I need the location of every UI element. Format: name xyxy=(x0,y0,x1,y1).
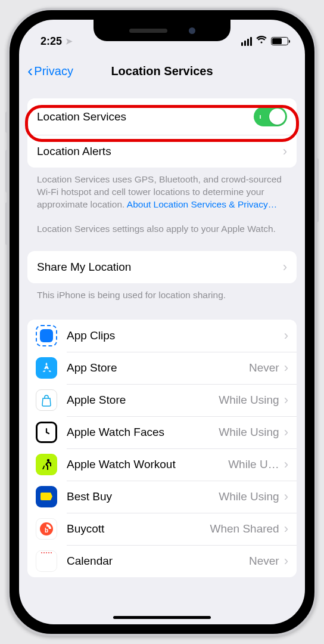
app-name-label: App Clips xyxy=(67,329,284,342)
wifi-icon xyxy=(256,35,267,47)
chevron-right-icon: › xyxy=(284,360,288,376)
app-permission-value: While Using xyxy=(219,426,279,439)
calendar-icon xyxy=(36,550,57,572)
app-name-label: Apple Watch Faces xyxy=(67,426,219,439)
app-clips-icon xyxy=(36,325,57,346)
group-share: Share My Location › xyxy=(27,251,297,283)
app-row[interactable]: CalendarNever› xyxy=(27,545,297,577)
app-permission-value: When Shared xyxy=(210,522,279,535)
location-services-label: Location Services xyxy=(37,110,254,123)
chevron-right-icon: › xyxy=(283,144,287,159)
chevron-right-icon: › xyxy=(284,553,288,569)
app-store-icon xyxy=(36,357,57,379)
power-button xyxy=(315,158,319,222)
location-services-toggle[interactable] xyxy=(254,107,287,126)
location-arrow-icon: ➤ xyxy=(66,36,73,46)
best-buy-icon xyxy=(36,486,57,507)
nav-header: ‹ Privacy Location Services xyxy=(19,54,305,88)
app-permission-value: While Using xyxy=(219,394,279,407)
app-permission-value: While Using xyxy=(219,490,279,503)
watch-faces-icon xyxy=(36,422,57,443)
chevron-left-icon: ‹ xyxy=(27,63,33,79)
buycott-icon: b xyxy=(36,518,57,540)
svg-text:b: b xyxy=(45,527,48,534)
apple-store-icon xyxy=(36,389,57,411)
app-row[interactable]: Best BuyWhile Using› xyxy=(27,481,297,513)
location-watch-note: Location Services settings also apply to… xyxy=(27,211,297,236)
back-button[interactable]: ‹ Privacy xyxy=(27,63,73,79)
app-name-label: Apple Watch Workout xyxy=(67,458,228,471)
location-alerts-row[interactable]: Location Alerts › xyxy=(27,135,297,168)
back-label: Privacy xyxy=(34,64,73,78)
app-permission-value: Never xyxy=(249,555,279,568)
app-permission-value: Never xyxy=(249,361,279,374)
chevron-right-icon: › xyxy=(284,457,288,472)
phone-frame: 2:25 ➤ ‹ Privacy Location Services xyxy=(7,8,317,636)
share-my-location-row[interactable]: Share My Location › xyxy=(27,251,297,283)
location-alerts-label: Location Alerts xyxy=(37,145,283,158)
app-row[interactable]: App StoreNever› xyxy=(27,352,297,384)
speaker xyxy=(129,29,167,33)
app-row[interactable]: bBuycottWhen Shared› xyxy=(27,513,297,545)
front-camera xyxy=(189,27,195,34)
screen: 2:25 ➤ ‹ Privacy Location Services xyxy=(19,20,305,624)
svg-point-0 xyxy=(47,459,49,461)
volume-down-button xyxy=(5,202,9,245)
location-description: Location Services uses GPS, Bluetooth, a… xyxy=(27,168,297,211)
chevron-right-icon: › xyxy=(284,392,288,408)
scroll-area[interactable]: Location Services Location Alerts › Loca… xyxy=(19,88,305,624)
location-services-toggle-row[interactable]: Location Services xyxy=(27,98,297,135)
app-name-label: App Store xyxy=(67,361,249,374)
chevron-right-icon: › xyxy=(284,489,288,504)
app-name-label: Buycott xyxy=(67,522,210,535)
cell-signal-icon xyxy=(241,37,253,46)
chevron-right-icon: › xyxy=(284,328,288,343)
app-name-label: Apple Store xyxy=(67,394,219,407)
app-permission-value: While U… xyxy=(228,458,279,471)
about-location-privacy-link[interactable]: About Location Services & Privacy… xyxy=(127,199,277,209)
notch xyxy=(94,20,230,41)
app-name-label: Best Buy xyxy=(67,490,219,503)
mute-switch xyxy=(5,112,9,133)
watch-workout-icon xyxy=(36,454,57,475)
app-row[interactable]: App Clips› xyxy=(27,320,297,352)
share-my-location-label: Share My Location xyxy=(37,261,283,274)
chevron-right-icon: › xyxy=(284,521,288,537)
group-location: Location Services Location Alerts › xyxy=(27,98,297,168)
app-row[interactable]: Apple Watch WorkoutWhile U…› xyxy=(27,448,297,481)
page-title: Location Services xyxy=(111,64,213,78)
app-name-label: Calendar xyxy=(67,555,249,568)
app-row[interactable]: Apple StoreWhile Using› xyxy=(27,384,297,416)
volume-up-button xyxy=(5,150,9,193)
battery-icon xyxy=(271,37,288,45)
share-location-footer: This iPhone is being used for location s… xyxy=(27,283,297,302)
home-indicator[interactable] xyxy=(113,616,211,619)
status-time: 2:25 xyxy=(40,35,62,48)
group-apps: App Clips›App StoreNever›Apple StoreWhil… xyxy=(27,320,297,577)
chevron-right-icon: › xyxy=(283,259,287,275)
app-row[interactable]: Apple Watch FacesWhile Using› xyxy=(27,416,297,448)
chevron-right-icon: › xyxy=(284,425,288,440)
